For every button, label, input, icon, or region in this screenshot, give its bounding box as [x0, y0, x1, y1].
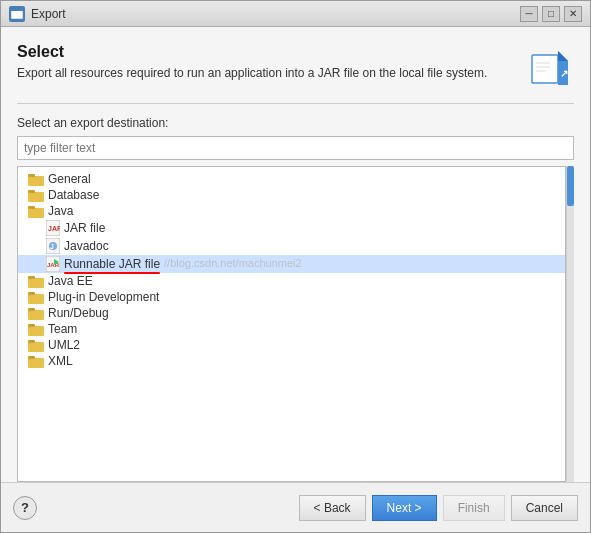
export-window: Export ─ □ ✕ Select Export all resources…	[0, 0, 591, 533]
page-description: Export all resources required to run an …	[17, 65, 516, 82]
svg-rect-13	[28, 208, 44, 218]
folder-icon	[28, 323, 44, 336]
back-button[interactable]: < Back	[299, 495, 366, 521]
header-section: Select Export all resources required to …	[17, 43, 574, 91]
finish-button[interactable]: Finish	[443, 495, 505, 521]
svg-rect-1	[11, 8, 23, 11]
svg-rect-12	[28, 190, 35, 193]
tree-item-xml[interactable]: XML	[18, 353, 565, 369]
svg-text:JAR: JAR	[47, 262, 60, 268]
tree-item-runnable-jar[interactable]: JAR Runnable JAR file //blog.csdn.net/ma…	[18, 255, 565, 273]
svg-marker-7	[558, 51, 568, 61]
svg-rect-10	[28, 174, 35, 177]
runnable-jar-icon: JAR	[46, 256, 60, 272]
svg-rect-28	[28, 308, 35, 311]
next-button[interactable]: Next >	[372, 495, 437, 521]
svg-rect-2	[532, 55, 558, 83]
svg-rect-11	[28, 192, 44, 202]
svg-rect-24	[28, 276, 35, 279]
watermark-text: //blog.csdn.net/machunmei2	[164, 257, 302, 269]
plugin-label: Plug-in Development	[48, 290, 159, 304]
svg-rect-30	[28, 324, 35, 327]
folder-icon	[28, 291, 44, 304]
help-button[interactable]: ?	[13, 496, 37, 520]
svg-rect-32	[28, 340, 35, 343]
folder-icon	[28, 275, 44, 288]
svg-rect-27	[28, 310, 44, 320]
header-text: Select Export all resources required to …	[17, 43, 516, 82]
header-divider	[17, 103, 574, 104]
tree-item-uml2[interactable]: UML2	[18, 337, 565, 353]
svg-rect-31	[28, 342, 44, 352]
svg-rect-34	[28, 356, 35, 359]
team-label: Team	[48, 322, 77, 336]
svg-rect-14	[28, 206, 35, 209]
svg-rect-9	[28, 176, 44, 186]
svg-text:↗: ↗	[560, 68, 568, 79]
destination-label: Select an export destination:	[17, 116, 574, 130]
tree-item-plugin[interactable]: Plug-in Development	[18, 289, 565, 305]
tree-item-jar[interactable]: JAR JAR file	[18, 219, 565, 237]
tree-item-database[interactable]: Database	[18, 187, 565, 203]
tree-item-team[interactable]: Team	[18, 321, 565, 337]
svg-text:J: J	[50, 243, 54, 250]
tree-item-javadoc[interactable]: J Javadoc	[18, 237, 565, 255]
svg-text:JAR: JAR	[48, 225, 60, 232]
java-label: Java	[48, 204, 73, 218]
folder-icon	[28, 355, 44, 368]
tree-item-general[interactable]: General	[18, 171, 565, 187]
nav-buttons: < Back Next > Finish Cancel	[299, 495, 578, 521]
window-icon	[9, 6, 25, 22]
uml2-label: UML2	[48, 338, 80, 352]
folder-icon	[28, 173, 44, 186]
svg-rect-29	[28, 326, 44, 336]
tree-area: General Database Java	[17, 166, 574, 482]
runnable-jar-label: Runnable JAR file //blog.csdn.net/machun…	[64, 257, 160, 271]
window-controls: ─ □ ✕	[520, 6, 582, 22]
title-bar: Export ─ □ ✕	[1, 1, 590, 27]
java-ee-label: Java EE	[48, 274, 93, 288]
jar-file-icon: JAR	[46, 220, 60, 236]
maximize-button[interactable]: □	[542, 6, 560, 22]
close-button[interactable]: ✕	[564, 6, 582, 22]
cancel-button[interactable]: Cancel	[511, 495, 578, 521]
folder-icon	[28, 189, 44, 202]
filter-input[interactable]	[17, 136, 574, 160]
tree-item-java[interactable]: Java	[18, 203, 565, 219]
database-label: Database	[48, 188, 99, 202]
page-title: Select	[17, 43, 516, 61]
folder-icon	[28, 205, 44, 218]
folder-icon	[28, 307, 44, 320]
svg-rect-0	[11, 10, 23, 19]
xml-label: XML	[48, 354, 73, 368]
minimize-button[interactable]: ─	[520, 6, 538, 22]
tree-item-run-debug[interactable]: Run/Debug	[18, 305, 565, 321]
svg-rect-26	[28, 292, 35, 295]
jar-label: JAR file	[64, 221, 105, 235]
window-title: Export	[31, 7, 520, 21]
folder-icon	[28, 339, 44, 352]
svg-rect-25	[28, 294, 44, 304]
general-label: General	[48, 172, 91, 186]
run-debug-label: Run/Debug	[48, 306, 109, 320]
export-icon: ↗	[526, 43, 574, 91]
vertical-scrollbar[interactable]	[566, 166, 574, 482]
tree-container[interactable]: General Database Java	[17, 166, 566, 482]
footer: ? < Back Next > Finish Cancel	[1, 482, 590, 532]
svg-rect-23	[28, 278, 44, 288]
svg-rect-33	[28, 358, 44, 368]
javadoc-label: Javadoc	[64, 239, 109, 253]
tree-item-java-ee[interactable]: Java EE	[18, 273, 565, 289]
content-area: Select Export all resources required to …	[1, 27, 590, 482]
javadoc-icon: J	[46, 238, 60, 254]
scrollbar-thumb	[567, 166, 574, 206]
